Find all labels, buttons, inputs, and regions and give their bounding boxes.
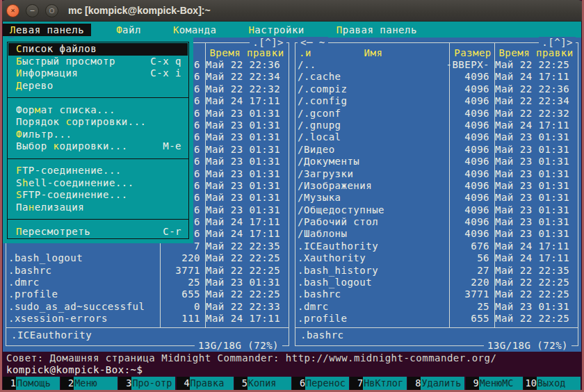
function-key-label: Про-отр	[131, 377, 175, 390]
menubar-item[interactable]: Левая панель	[3, 24, 91, 36]
file-size: 25	[156, 277, 202, 288]
file-name: /Музыка	[296, 192, 445, 204]
file-row[interactable]: .dmrc25Май 23 01:31	[7, 277, 288, 288]
file-row[interactable]: /.config4096Май 22 22:34	[296, 95, 577, 107]
menubar-item[interactable]: Правая панель	[330, 24, 424, 36]
column-header-name[interactable]: Имя	[296, 47, 451, 59]
function-key[interactable]: 1Помощь	[3, 377, 60, 390]
right-panel-header: Имя Размер Время правки	[296, 47, 577, 59]
file-row[interactable]: .profile655Май 22 22:25	[296, 313, 577, 325]
file-name: .bashrc	[7, 265, 156, 277]
function-key[interactable]: 5Копия	[234, 377, 292, 390]
file-row[interactable]: .dmrc25Май 23 01:31	[296, 301, 577, 313]
menubar: Левая панель Файл Команда Настройки Прав…	[3, 22, 581, 38]
file-row[interactable]: /Рабочий стол4096Май 23 01:31	[296, 216, 577, 228]
menu-item[interactable]: Порядок сортировки...	[8, 116, 188, 129]
file-name: /Рабочий стол	[296, 216, 445, 228]
menu-item-shortcut: C-r	[163, 226, 181, 238]
file-row[interactable]: .Xauthority56Май 24 17:11	[296, 252, 577, 264]
menu-item[interactable]: Список файлов	[8, 43, 188, 56]
file-row[interactable]: /.gconf4096Май 22 22:32	[296, 108, 577, 120]
file-row[interactable]: /Шаблоны4096Май 23 01:31	[296, 228, 577, 240]
menu-item[interactable]: ИнформацияC-x i	[8, 67, 188, 80]
column-header-size[interactable]: Размер	[451, 47, 495, 59]
menubar-item[interactable]: Настройки	[241, 24, 311, 36]
file-size: 4096	[445, 180, 491, 192]
file-row[interactable]: .bashrc3771Май 22 22:25	[7, 265, 288, 277]
file-row[interactable]: /Загрузки4096Май 23 01:31	[296, 168, 577, 180]
file-row[interactable]: /.cache4096Май 24 17:11	[296, 71, 577, 83]
file-row[interactable]: .bashrc3771Май 22 22:25	[296, 288, 577, 300]
maximize-icon[interactable]: ▢	[45, 4, 58, 17]
file-date: Май 22 22:25	[491, 313, 577, 325]
file-size: 3771	[156, 265, 202, 277]
file-row[interactable]: /.gnupg4096Май 24 17:11	[296, 120, 577, 131]
file-row[interactable]: /..-ВВЕРХ-Май 22 22:25	[296, 59, 577, 71]
file-date: Май 22 22:32	[202, 83, 288, 95]
file-row[interactable]: .bash_logout220Май 22 22:25	[296, 277, 577, 288]
left-panel-dropdown-menu: Список файлов Быстрый просмотрC-x q Инфо…	[3, 38, 193, 243]
terminal-content: Левая панель Файл Команда Настройки Прав…	[2, 21, 582, 390]
function-key-label: НвКтлог	[363, 377, 407, 390]
file-size: 4096	[445, 95, 491, 107]
function-key[interactable]: 7НвКтлог	[350, 377, 407, 390]
close-icon[interactable]: ✕	[6, 4, 19, 17]
function-key-label: Удалить	[421, 377, 464, 390]
minimize-icon[interactable]: –	[26, 4, 39, 17]
function-key[interactable]: 8Удалить	[407, 377, 465, 390]
file-name: /Общедоступные	[296, 204, 445, 216]
column-header-time[interactable]: Время правки	[206, 47, 288, 59]
command-prompt[interactable]: kompick@kompick-Box:~$	[3, 364, 581, 376]
menu-item-shortcut: C-x q	[150, 56, 181, 68]
menu-item[interactable]: Выбор кодировки...M-e	[8, 140, 188, 153]
file-row[interactable]: .profile655Май 22 22:25	[7, 288, 288, 300]
file-row[interactable]: .bash_history27Май 22 22:35	[296, 265, 577, 277]
menubar-item[interactable]: Команда	[166, 24, 224, 36]
file-row[interactable]: .sudo_as_ad~successful0Май 22 22:33	[7, 301, 288, 313]
file-row[interactable]: /Документы4096Май 23 01:31	[296, 156, 577, 168]
menu-item[interactable]: Фильтр...	[8, 129, 188, 141]
file-date: Май 23 01:31	[491, 216, 577, 228]
function-key[interactable]: 6Перенос	[292, 377, 350, 390]
file-date: Май 22 22:35	[491, 265, 577, 277]
file-row[interactable]: /Изображения4096Май 23 01:31	[296, 180, 577, 192]
menu-item[interactable]: Быстрый просмотрC-x q	[8, 56, 188, 68]
menu-item[interactable]: Дерево	[8, 80, 188, 92]
file-size: 4096	[445, 83, 491, 95]
menu-item[interactable]: ПересмотретьC-r	[8, 226, 188, 238]
function-key-label: Правка	[190, 377, 234, 390]
column-header-time[interactable]: Время правки	[495, 47, 577, 59]
function-key[interactable]: 10Выход	[524, 377, 581, 390]
file-row[interactable]: /Общедоступные4096Май 23 01:31	[296, 204, 577, 216]
file-size: 3771	[445, 288, 491, 300]
file-row[interactable]: .xsession-errors111Май 24 17:11	[7, 313, 288, 325]
file-date: Май 22 22:34	[202, 71, 288, 83]
function-key[interactable]: 9МенюМС	[466, 377, 524, 390]
menubar-item[interactable]: Файл	[109, 24, 148, 36]
menu-item[interactable]: Shell-соединение...	[8, 177, 188, 190]
file-row[interactable]: .bash_logout220Май 22 22:25	[7, 252, 288, 264]
menu-item[interactable]: FTP-соединение...	[8, 165, 188, 177]
file-size: 676	[445, 240, 491, 252]
file-size: 4096	[445, 168, 491, 180]
menu-item[interactable]: Формат списка...	[8, 104, 188, 117]
function-key[interactable]: 4Правка	[177, 377, 234, 390]
file-row[interactable]: /.compiz4096Май 22 22:36	[296, 83, 577, 95]
file-row[interactable]: /.local4096Май 23 01:31	[296, 131, 577, 143]
function-key[interactable]: 3Про-отр	[118, 377, 176, 390]
file-row[interactable]: /Музыка4096Май 23 01:31	[296, 192, 577, 204]
file-row[interactable]: /Видео4096Май 23 01:31	[296, 144, 577, 156]
function-key[interactable]: 2Меню	[60, 377, 118, 390]
file-date: Май 24 17:11	[202, 313, 288, 325]
menu-item[interactable]: Панелизация	[8, 202, 188, 214]
function-key-number: 1	[3, 377, 16, 390]
file-size: 27	[445, 265, 491, 277]
file-date: Май 22 22:25	[491, 288, 577, 300]
menu-item[interactable]: SFTP-соединение...	[8, 189, 188, 202]
file-date: Май 23 01:31	[202, 180, 288, 192]
file-date: Май 22 22:25	[202, 288, 288, 300]
file-name: .bashrc	[296, 288, 445, 300]
file-date: Май 23 01:31	[202, 156, 288, 168]
file-size: -ВВЕРХ-	[445, 59, 491, 71]
file-row[interactable]: .ICEauthority676Май 24 17:11	[296, 240, 577, 252]
